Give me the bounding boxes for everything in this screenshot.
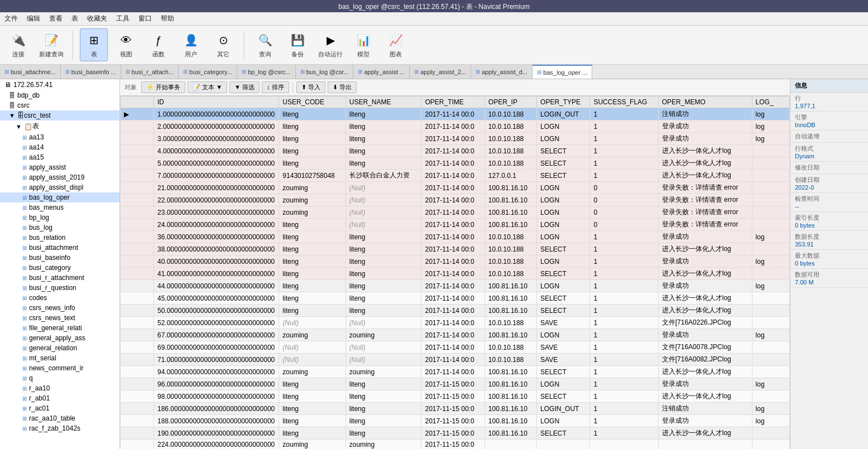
sidebar-table-apply_assist[interactable]: ⊞apply_assist: [0, 162, 119, 172]
col-oper-time[interactable]: OPER_TIME: [421, 96, 485, 108]
toolbar-function[interactable]: ƒ 函数: [145, 29, 172, 61]
tab-bas-log-oper[interactable]: ⊞ bas_log_oper ...: [533, 65, 592, 79]
table-row[interactable]: 21.00000000000000000000000000000 zouming…: [121, 182, 790, 194]
table-row[interactable]: 38.00000000000000000000000000000 liteng …: [121, 243, 790, 255]
sidebar-table-r_ab01[interactable]: ⊞r_ab01: [0, 393, 119, 403]
col-id[interactable]: ID: [154, 96, 279, 108]
sidebar-table-aa14[interactable]: ⊞aa14: [0, 142, 119, 152]
menu-help[interactable]: 帮助: [161, 14, 174, 23]
table-row[interactable]: 4.000000000000000000000000000000 liteng …: [121, 145, 790, 157]
table-row[interactable]: 3.000000000000000000000000000000 liteng …: [121, 133, 790, 145]
sidebar-table-codes[interactable]: ⊞codes: [0, 293, 119, 303]
table-row[interactable]: 67.00000000000000000000000000000 zouming…: [121, 329, 790, 341]
table-row[interactable]: 44.00000000000000000000000000000 liteng …: [121, 280, 790, 292]
sidebar-table-aa13[interactable]: ⊞aa13: [0, 132, 119, 142]
sidebar-table-csrs_news_text[interactable]: ⊞csrs_news_text: [0, 313, 119, 323]
col-log[interactable]: LOG_: [752, 96, 789, 108]
sidebar-table-busi_category[interactable]: ⊞busi_category: [0, 263, 119, 273]
table-row[interactable]: 7.000000000000000000000000000000 9143010…: [121, 170, 790, 182]
toolbar-backup[interactable]: 💾 备份: [284, 29, 311, 61]
col-success-flag[interactable]: SUCCESS_FLAG: [590, 96, 658, 108]
btn-text[interactable]: 📝 文本 ▼: [188, 81, 227, 93]
sidebar-item-csrc[interactable]: 🗄 csrc: [0, 100, 119, 110]
sidebar-table-r_ac01[interactable]: ⊞r_ac01: [0, 403, 119, 413]
toolbar-autorun[interactable]: ▶ 自动运行: [316, 29, 345, 61]
toolbar-chart[interactable]: 📈 图表: [382, 29, 410, 61]
sidebar-table-bus_log[interactable]: ⊞bus_log: [0, 223, 119, 233]
table-row[interactable]: 41.00000000000000000000000000000 liteng …: [121, 268, 790, 280]
sidebar-table-r_aa10[interactable]: ⊞r_aa10: [0, 383, 119, 393]
table-row[interactable]: 71.00000000000000000000000000000 (Null) …: [121, 354, 790, 366]
btn-import[interactable]: ⬆ 导入: [296, 81, 325, 93]
tab-busi-attachment[interactable]: ⊞ busi_attachme...: [0, 65, 61, 79]
sidebar-table-bp_log[interactable]: ⊞bp_log: [0, 213, 119, 223]
sidebar-item-bdp-db[interactable]: 🗄 bdp_db: [0, 90, 119, 100]
table-row[interactable]: 190.0000000000000000000000000000 liteng …: [121, 427, 790, 440]
sidebar-table-q[interactable]: ⊞q: [0, 373, 119, 383]
table-row[interactable]: 50.00000000000000000000000000000 liteng …: [121, 305, 790, 317]
btn-start-transaction[interactable]: ⚡ 开始事务: [141, 81, 185, 93]
sidebar-table-apply_assist_2019[interactable]: ⊞apply_assist_2019: [0, 172, 119, 182]
col-user-name[interactable]: USER_NAME: [346, 96, 421, 108]
sidebar-table-busi_attachment[interactable]: ⊞busi_attachment: [0, 243, 119, 253]
toolbar-user[interactable]: 👤 用户: [177, 29, 205, 61]
tab-busi-baseinfo[interactable]: ⊞ busi_baseinfo ...: [61, 65, 121, 79]
sidebar-item-csrc-test[interactable]: ▼ 🗄 csrc_test: [0, 110, 119, 120]
table-row[interactable]: 24.00000000000000000000000000000 liteng …: [121, 219, 790, 231]
menu-view[interactable]: 查看: [49, 14, 63, 23]
table-row[interactable]: 23.00000000000000000000000000000 zouming…: [121, 206, 790, 219]
menu-edit[interactable]: 编辑: [27, 14, 40, 23]
sidebar-table-busi_baseinfo[interactable]: ⊞busi_baseinfo: [0, 253, 119, 263]
sidebar-table-bas_menus[interactable]: ⊞bas_menus: [0, 202, 119, 213]
menu-favorites[interactable]: 收藏夹: [87, 14, 107, 23]
table-row[interactable]: 5.000000000000000000000000000000 liteng …: [121, 157, 790, 170]
col-oper-memo[interactable]: OPER_MEMO: [658, 96, 752, 108]
tab-apply-assist-2[interactable]: ⊞ apply_assist_2...: [410, 65, 471, 79]
table-row[interactable]: 96.00000000000000000000000000000 liteng …: [121, 378, 790, 390]
table-row[interactable]: 2.000000000000000000000000000000 liteng …: [121, 120, 790, 133]
sidebar-table-general_apply_ass[interactable]: ⊞general_apply_ass: [0, 333, 119, 343]
menu-window[interactable]: 窗口: [138, 14, 152, 23]
sidebar-table-file_general_relati[interactable]: ⊞file_general_relati: [0, 323, 119, 333]
sidebar-table-apply_assist_displ[interactable]: ⊞apply_assist_displ: [0, 182, 119, 192]
sidebar-table-general_relation[interactable]: ⊞general_relation: [0, 343, 119, 353]
table-row[interactable]: 52.00000000000000000000000000000 (Null) …: [121, 317, 790, 329]
table-row[interactable]: 22.00000000000000000000000000000 zouming…: [121, 194, 790, 206]
sidebar-table-csrs_news_info[interactable]: ⊞csrs_news_info: [0, 303, 119, 313]
tab-busi-category[interactable]: ⊞ busi_category...: [179, 65, 237, 79]
table-row[interactable]: 94.00000000000000000000000000000 zouming…: [121, 366, 790, 378]
sidebar-table-bas_log_oper[interactable]: ⊞bas_log_oper: [0, 192, 119, 202]
table-row[interactable]: 69.00000000000000000000000000000 (Null) …: [121, 341, 790, 354]
tab-apply-assist[interactable]: ⊞ apply_assist ...: [353, 65, 410, 79]
toolbar-other[interactable]: ⊙ 其它: [209, 29, 237, 61]
toolbar-view[interactable]: 👁 视图: [112, 29, 140, 61]
col-oper-type[interactable]: OPER_TYPE: [537, 96, 590, 108]
sidebar-item-tables[interactable]: ▼ 📋 表: [0, 120, 119, 132]
btn-filter[interactable]: ▼ 筛选: [229, 81, 260, 93]
col-oper-ip[interactable]: OPER_IP: [485, 96, 536, 108]
sidebar-table-rac_f_zab_1042s[interactable]: ⊞rac_f_zab_1042s: [0, 423, 119, 433]
toolbar-model[interactable]: 📊 模型: [349, 29, 377, 61]
sidebar-table-busi_r_question[interactable]: ⊞busi_r_question: [0, 283, 119, 293]
toolbar-query[interactable]: 🔍 查询: [251, 29, 279, 61]
tab-bp-log[interactable]: ⊞ bp_log @csrc...: [237, 65, 296, 79]
table-row[interactable]: 40.00000000000000000000000000000 liteng …: [121, 255, 790, 268]
menu-file[interactable]: 文件: [4, 14, 18, 23]
btn-sort[interactable]: ↕ 排序: [262, 81, 289, 93]
tab-apply-assist-d[interactable]: ⊞ apply_assist_d...: [471, 65, 533, 79]
sidebar-table-busi_r_attachment[interactable]: ⊞busi_r_attachment: [0, 273, 119, 283]
sidebar-connection[interactable]: 🖥 172.26.57.41: [0, 79, 119, 90]
toolbar-connect[interactable]: 🔌 连接: [4, 29, 32, 61]
toolbar-new-query[interactable]: 📝 新建查询: [37, 29, 66, 61]
col-user-code[interactable]: USER_CODE: [279, 96, 346, 108]
toolbar-table[interactable]: ⊞ 表: [80, 28, 108, 61]
table-row[interactable]: 98.00000000000000000000000000000 liteng …: [121, 390, 790, 403]
btn-export[interactable]: ⬇ 导出: [328, 81, 357, 93]
menu-tools[interactable]: 工具: [116, 14, 130, 23]
table-row[interactable]: ▶ 1.000000000000000000000000000000 liten…: [121, 108, 790, 120]
sidebar-table-aa15[interactable]: ⊞aa15: [0, 152, 119, 162]
table-row[interactable]: 45.00000000000000000000000000000 liteng …: [121, 292, 790, 305]
table-row[interactable]: 224.0000000000000000000000000000 zouming…: [121, 440, 790, 450]
table-row[interactable]: 36.00000000000000000000000000000 liteng …: [121, 231, 790, 243]
sidebar-table-bus_relation[interactable]: ⊞bus_relation: [0, 233, 119, 243]
